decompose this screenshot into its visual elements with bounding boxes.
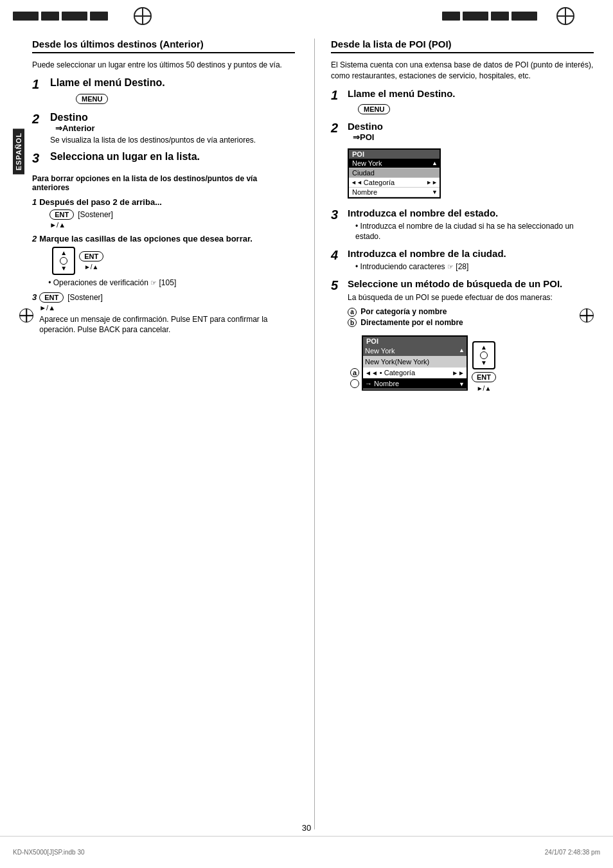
circle-a-label: a: [348, 308, 357, 317]
menu-button-right: MENU: [358, 104, 390, 114]
sostener-label-1: [Sostener]: [78, 210, 113, 219]
para-borrar-step-1: 1 Después del paso 2 de arriba... ENT [S…: [32, 197, 295, 229]
left-title-bold: Anterior: [163, 39, 200, 49]
left-step-3: 3 Selecciona un lugar en la lista.: [32, 151, 295, 165]
sostener-label-3: [Sostener]: [67, 293, 103, 302]
espanol-label: ESPAÑOL: [13, 128, 24, 174]
play-arrow-3: ►/▲: [39, 304, 295, 312]
bottom-bar: KD-NX5000[J]SP.indb 30 24/1/07 2:48:38 p…: [0, 836, 613, 868]
left-step-1-title: Llame el menú Destino.: [50, 77, 295, 89]
verification-note: Operaciones de verificación ☞ [105]: [48, 278, 295, 287]
right-step-2-sub: ⇒POI: [353, 132, 594, 142]
poi-row2-nombre: b → Nombre ▼: [363, 378, 466, 389]
right-step-3: 3 Introduzca el nombre del estado. Intro…: [331, 208, 594, 245]
right-step-1: 1 Llame el menú Destino. MENU: [331, 88, 594, 117]
method-b-text: Directamente por el nombre: [360, 318, 463, 327]
para-borrar-step-3-desc: Aparece un mensaje de confirmación. Puls…: [39, 314, 295, 336]
left-step-2-sub: ⇒Anterior: [55, 123, 295, 133]
ref-icon-1: ☞: [150, 279, 157, 287]
joystick-diagram-1: ▲ ▼ ENT ►/▲: [52, 247, 295, 275]
page-num-text: 30: [302, 823, 311, 833]
para-borrar-step-3-content: ENT [Sostener] ►/▲ Aparece un mensaje de…: [39, 292, 295, 336]
para-borrar-title: Para borrar opciones en la lista de los …: [32, 174, 295, 192]
right-step-3-content: Introduzca el nombre del estado. Introdu…: [348, 208, 594, 245]
method-a: a Por categoría y nombre: [348, 307, 594, 317]
play-arrow-1: ►/▲: [49, 221, 295, 229]
left-step-2-content: Destino ⇒Anterior Se visualiza la lista …: [50, 112, 295, 146]
left-step-2-title: Destino: [50, 112, 295, 123]
poi-row2-newyork-text: New York: [365, 347, 395, 355]
ent-button-2: ENT: [79, 251, 103, 261]
poi-screen-2-title: POI: [363, 337, 466, 346]
left-title-end: ): [200, 39, 204, 49]
left-step-1-content: Llame el menú Destino. MENU: [50, 77, 295, 107]
joystick2-up: ▲: [481, 344, 487, 351]
page-number: 30: [0, 823, 613, 833]
poi-screen-1-title: POI: [349, 150, 440, 159]
right-title-bold: POI: [432, 39, 449, 49]
para-borrar-step-2-num: 2: [32, 234, 37, 244]
poi-row2-newyork2-text: New York(New York): [365, 358, 429, 366]
left-step-2-desc: Se visualiza la lista de los destinos/pu…: [50, 135, 295, 146]
main-content: Desde los últimos destinos (Anterior) Pu…: [32, 39, 594, 829]
poi-row-nombre: Nombre ▼: [349, 188, 440, 197]
joystick-up-arrow: ▲: [60, 250, 67, 256]
circle-b-label: b: [348, 318, 357, 327]
right-step-3-bullet: Introduzca el nombre de la ciudad si ha …: [355, 221, 594, 243]
ent-button-1: ENT: [49, 209, 74, 220]
poi-row2-scroll-down: ▼: [459, 381, 465, 387]
joystick-center-1: [60, 257, 67, 265]
para-borrar-step-1-content: Después del paso 2 de arriba... ENT [Sos…: [39, 197, 295, 229]
bar-block-1: [13, 12, 39, 21]
method-b: b Directamente por el nombre: [348, 318, 594, 328]
poi-row2-scroll-up: ▲: [459, 347, 465, 353]
left-step-1: 1 Llame el menú Destino. MENU: [32, 77, 295, 107]
poi-joystick-area: ▲ ▼ ENT ►/▲: [472, 341, 496, 392]
poi-row2-newyork2: New York(New York): [363, 357, 466, 368]
bar-block-4: [90, 12, 108, 21]
para-borrar-step-2: 2 Marque las casillas de las opciones qu…: [32, 234, 295, 287]
left-step-3-content: Selecciona un lugar en la lista.: [50, 151, 295, 163]
bar-block-r2: [463, 12, 488, 21]
right-step-5: 5 Seleccione un método de búsqueda de un…: [331, 278, 594, 394]
right-step-4-content: Introduzca el nombre de la ciudad. Intro…: [348, 248, 594, 274]
bar-block-3: [62, 12, 87, 21]
top-bar-left: [13, 12, 108, 21]
ent-button-poi: ENT: [472, 372, 496, 382]
right-step-3-title: Introduzca el nombre del estado.: [348, 208, 594, 219]
poi-screen-1: POI New York ▲ Ciudad ◄◄ Categoría ►►: [348, 148, 441, 199]
right-step-1-content: Llame el menú Destino. MENU: [348, 88, 594, 117]
right-step-2-title: Destino: [348, 121, 594, 132]
right-section-title: Desde la lista de POI (POI): [331, 39, 594, 53]
bar-block-r4: [511, 12, 537, 21]
right-step-5-title: Seleccione un método de búsqueda de un P…: [348, 278, 594, 290]
left-step-2: 2 Destino ⇒Anterior Se visualiza la list…: [32, 112, 295, 146]
joystick-control-2: ▲ ▼: [472, 341, 495, 369]
bar-block-r3: [491, 12, 509, 21]
method-a-text: Por categoría y nombre: [360, 307, 447, 316]
poi-row2-categoria: a ◄◄ • Categoría ►►: [363, 368, 466, 378]
left-column: Desde los últimos destinos (Anterior) Pu…: [32, 39, 295, 829]
para-borrar-step-2-title: Marque las casillas de las opciones que …: [39, 234, 295, 244]
menu-button-1: MENU: [76, 94, 108, 104]
top-bar-right: [442, 12, 537, 21]
play-arrow-2: ►/▲: [84, 263, 99, 270]
poi-nombre-text: Nombre: [351, 188, 438, 196]
right-step-4-num: 4: [331, 248, 345, 262]
left-step-3-title: Selecciona un lugar en la lista.: [50, 151, 295, 163]
poi-row2-nombre-text: → Nombre: [365, 380, 399, 387]
poi-row-categoria: ◄◄ Categoría ►►: [349, 178, 440, 188]
right-step-3-num: 3: [331, 208, 345, 222]
circle-a-indicator: a: [350, 368, 359, 377]
right-step-4-title: Introduzca el nombre de la ciudad.: [348, 248, 594, 260]
poi-row-ciudad: Ciudad: [349, 168, 440, 178]
circle-b-indicator: b: [350, 379, 359, 388]
ent-button-3: ENT: [39, 292, 64, 303]
top-crosshair-left: [134, 7, 152, 25]
top-crosshair-right: [556, 7, 574, 25]
right-step-2-num: 2: [331, 121, 345, 135]
joystick2-down: ▼: [481, 360, 487, 366]
para-borrar-section: Para borrar opciones en la lista de los …: [32, 174, 295, 336]
poi-row2-newyork: New York ▲: [363, 346, 466, 357]
para-borrar-step-1-num: 1: [32, 197, 37, 207]
